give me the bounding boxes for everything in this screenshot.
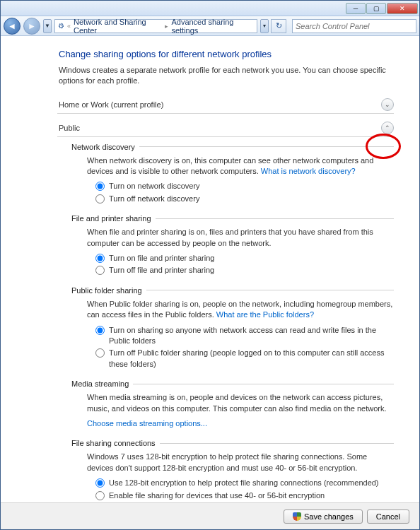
radio-fileconn-4056bit[interactable]: Enable file sharing for devices that use…: [95, 490, 394, 501]
content-area: Change sharing options for different net…: [1, 36, 419, 502]
link-what-are-public-folders[interactable]: What are the Public folders?: [216, 310, 314, 319]
section-desc: Windows 7 uses 128-bit encryption to hel…: [87, 452, 394, 473]
search-input[interactable]: [296, 22, 413, 30]
shield-icon: [293, 512, 301, 521]
radio-fileconn-128bit[interactable]: Use 128-bit encryption to help protect f…: [95, 478, 394, 488]
radio-netdisc-on[interactable]: Turn on network discovery: [95, 181, 394, 192]
nav-history-dropdown[interactable]: ▼: [43, 19, 52, 33]
section-public-folder-sharing: Public folder sharing When Public folder…: [71, 286, 394, 370]
chevron-left-icon: «: [67, 23, 71, 30]
chevron-up-icon: ⌃: [381, 122, 394, 134]
control-panel-icon: ⚙: [58, 22, 64, 30]
profile-label: Public: [59, 124, 381, 132]
radio-pubfolder-on[interactable]: Turn on sharing so anyone with network a…: [95, 325, 394, 347]
link-what-is-network-discovery[interactable]: What is network discovery?: [261, 167, 356, 175]
section-network-discovery: Network discovery When network discovery…: [71, 143, 394, 205]
breadcrumb-parent[interactable]: Network and Sharing Center: [74, 18, 162, 35]
control-panel-window: ─ ▢ ✕ ◄ ► ▼ ⚙ « Network and Sharing Cent…: [0, 0, 420, 530]
section-title: File sharing connections: [71, 439, 156, 447]
section-desc: When media streaming is on, people and d…: [87, 392, 394, 414]
back-button[interactable]: ◄: [4, 18, 21, 35]
page-title: Change sharing options for different net…: [59, 49, 394, 59]
refresh-button[interactable]: ↻: [271, 19, 286, 33]
radio-fileprint-off[interactable]: Turn off file and printer sharing: [95, 265, 394, 276]
radio-fileprint-on[interactable]: Turn on file and printer sharing: [95, 253, 394, 264]
link-media-streaming-options[interactable]: Choose media streaming options...: [87, 419, 207, 428]
radio-netdisc-off[interactable]: Turn off network discovery: [95, 194, 394, 204]
chevron-right-icon: ▸: [165, 23, 168, 30]
section-file-sharing-connections: File sharing connections Windows 7 uses …: [71, 439, 394, 501]
address-dropdown[interactable]: ▾: [260, 19, 269, 33]
close-button[interactable]: ✕: [387, 3, 418, 14]
save-changes-button[interactable]: Save changes: [284, 510, 363, 524]
radio-pubfolder-off[interactable]: Turn off Public folder sharing (people l…: [95, 348, 394, 370]
profile-home-work[interactable]: Home or Work (current profile) ⌄: [57, 96, 394, 114]
section-title: Public folder sharing: [71, 286, 142, 295]
maximize-button[interactable]: ▢: [366, 3, 386, 14]
section-title: File and printer sharing: [71, 214, 151, 223]
chevron-down-icon: ⌄: [381, 98, 394, 111]
minimize-button[interactable]: ─: [346, 3, 366, 14]
page-description: Windows creates a separate network profi…: [59, 65, 394, 86]
profile-label: Home or Work (current profile): [59, 100, 381, 109]
navigation-bar: ◄ ► ▼ ⚙ « Network and Sharing Center ▸ A…: [1, 16, 419, 36]
section-title: Network discovery: [71, 143, 135, 151]
section-file-printer-sharing: File and printer sharing When file and p…: [71, 214, 394, 276]
bottom-button-bar: Save changes Cancel: [1, 502, 419, 529]
search-box[interactable]: [292, 19, 416, 33]
section-media-streaming: Media streaming When media streaming is …: [71, 379, 394, 429]
forward-button[interactable]: ►: [23, 18, 40, 35]
section-desc: When file and printer sharing is on, fil…: [87, 227, 394, 249]
cancel-button[interactable]: Cancel: [367, 510, 409, 524]
profile-public[interactable]: Public ⌃: [57, 119, 394, 137]
section-title: Media streaming: [71, 379, 129, 388]
address-bar[interactable]: ⚙ « Network and Sharing Center ▸ Advance…: [54, 19, 257, 33]
breadcrumb-current[interactable]: Advanced sharing settings: [171, 18, 254, 35]
title-bar: ─ ▢ ✕: [1, 1, 419, 16]
